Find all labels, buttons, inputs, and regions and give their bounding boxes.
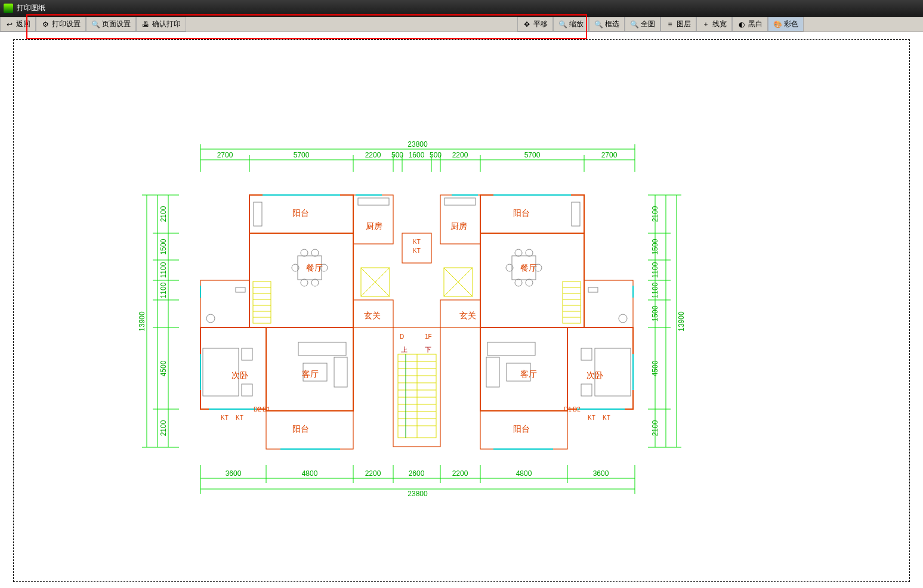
svg-text:1100: 1100 [159, 282, 168, 298]
svg-text:2700: 2700 [601, 151, 618, 159]
color-icon: 🎨 [773, 20, 782, 29]
svg-text:次卧: 次卧 [586, 370, 603, 380]
svg-text:13900: 13900 [677, 311, 686, 332]
toolbar-right-group: ✥平移 🔍缩放 🔍框选 🔍全图 ≡图层 +线宽 ◐黑白 🎨彩色 [517, 17, 804, 32]
svg-text:1500: 1500 [651, 239, 659, 255]
svg-text:13900: 13900 [138, 311, 146, 332]
layers-icon: ≡ [666, 20, 674, 29]
svg-text:2200: 2200 [452, 469, 468, 478]
confirm-print-button[interactable]: 🖶确认打印 [136, 17, 186, 32]
svg-rect-151 [440, 195, 480, 244]
svg-text:500: 500 [391, 151, 403, 159]
layers-button[interactable]: ≡图层 [660, 17, 696, 32]
select-box-button[interactable]: 🔍框选 [589, 17, 625, 32]
svg-point-179 [619, 314, 627, 323]
app-icon [4, 4, 13, 13]
svg-rect-177 [581, 384, 592, 396]
svg-text:KT: KT [588, 414, 595, 421]
svg-text:2100: 2100 [651, 420, 659, 436]
svg-text:4800: 4800 [516, 469, 532, 478]
svg-text:客厅: 客厅 [302, 369, 319, 379]
svg-rect-150 [480, 195, 584, 233]
svg-rect-154 [567, 327, 633, 409]
bw-icon: ◐ [737, 20, 746, 29]
svg-text:2100: 2100 [159, 206, 168, 222]
svg-text:KT: KT [413, 239, 421, 245]
svg-rect-91 [254, 202, 262, 226]
svg-point-106 [206, 314, 215, 323]
lineweight-button[interactable]: +线宽 [696, 17, 732, 32]
svg-text:1500: 1500 [159, 239, 168, 255]
svg-text:3600: 3600 [226, 469, 242, 478]
svg-point-95 [301, 249, 308, 256]
back-icon: ↩ [5, 20, 14, 29]
svg-rect-173 [486, 357, 499, 387]
svg-text:23800: 23800 [408, 490, 428, 498]
svg-text:玄关: 玄关 [364, 311, 381, 320]
svg-point-168 [515, 249, 522, 256]
svg-text:D1: D1 [263, 406, 270, 413]
toolbar: ↩返回 ⚙打印设置 🔍页面设置 🖶确认打印 ✥平移 🔍缩放 🔍框选 🔍全图 ≡图… [0, 17, 923, 32]
svg-text:2700: 2700 [217, 151, 233, 159]
svg-rect-78 [353, 195, 393, 244]
svg-text:阳台: 阳台 [513, 424, 530, 434]
zoom-button[interactable]: 🔍缩放 [553, 17, 589, 32]
central-core: 上 下 D 1F KT KT [393, 233, 440, 447]
svg-text:D: D [400, 333, 404, 340]
svg-rect-180 [588, 287, 598, 292]
window-title: 打印图纸 [17, 3, 45, 13]
right-unit: 阳台 厨房 餐厅 玄关 客厅 次卧 阳台 D1 D2 KT KT [440, 195, 633, 449]
svg-rect-84 [266, 411, 353, 449]
svg-point-98 [311, 279, 319, 286]
svg-rect-176 [581, 348, 592, 360]
page-settings-button[interactable]: 🔍页面设置 [86, 17, 136, 32]
svg-text:阳台: 阳台 [292, 208, 309, 218]
svg-text:D2: D2 [573, 406, 581, 413]
svg-text:1100: 1100 [159, 262, 168, 278]
fit-all-button[interactable]: 🔍全图 [625, 17, 660, 32]
svg-text:次卧: 次卧 [231, 370, 248, 380]
svg-rect-104 [242, 384, 252, 396]
lineweight-icon: + [702, 20, 710, 29]
svg-text:KT: KT [236, 414, 243, 421]
svg-point-96 [311, 249, 319, 256]
svg-text:厨房: 厨房 [450, 221, 467, 231]
svg-text:4500: 4500 [159, 360, 168, 376]
title-bar: 打印图纸 [0, 0, 923, 17]
svg-text:上: 上 [401, 346, 408, 353]
floor-plan-svg: 23800 2700 5700 2200 500 1600 500 2200 5… [0, 32, 923, 588]
color-button[interactable]: 🎨彩色 [768, 17, 804, 32]
svg-rect-105 [358, 198, 389, 205]
svg-text:23800: 23800 [408, 140, 428, 148]
svg-text:5700: 5700 [524, 151, 541, 159]
svg-text:1F: 1F [425, 333, 432, 340]
svg-text:2200: 2200 [365, 151, 381, 159]
svg-text:餐厅: 餐厅 [306, 263, 323, 273]
svg-text:500: 500 [430, 151, 442, 159]
svg-text:2600: 2600 [409, 469, 425, 478]
fit-icon: 🔍 [630, 20, 638, 29]
svg-text:5700: 5700 [294, 151, 310, 159]
svg-point-171 [526, 279, 533, 286]
svg-text:3600: 3600 [593, 469, 609, 478]
printer-icon: 🖶 [141, 20, 150, 29]
svg-rect-100 [334, 357, 347, 387]
svg-text:厨房: 厨房 [366, 221, 382, 231]
svg-text:KT: KT [603, 414, 610, 421]
dim-top: 23800 2700 5700 2200 500 1600 500 2200 5… [200, 140, 635, 172]
dim-bottom: 23800 3600 4800 2200 2600 2200 4800 3600 [200, 465, 635, 498]
svg-text:餐厅: 餐厅 [520, 263, 537, 273]
drawing-canvas[interactable]: 23800 2700 5700 2200 500 1600 500 2200 5… [0, 32, 923, 588]
back-button[interactable]: ↩返回 [0, 17, 36, 32]
dim-right: 13900 2100 1500 1100 1100 1500 4500 2100 [648, 195, 686, 447]
svg-text:2200: 2200 [452, 151, 468, 159]
svg-text:客厅: 客厅 [520, 369, 537, 379]
blackwhite-button[interactable]: ◐黑白 [732, 17, 768, 32]
svg-text:KT: KT [221, 414, 229, 421]
print-settings-button[interactable]: ⚙打印设置 [36, 17, 86, 32]
svg-point-170 [515, 279, 522, 286]
svg-text:阳台: 阳台 [513, 208, 530, 218]
pan-button[interactable]: ✥平移 [517, 17, 553, 32]
svg-text:KT: KT [413, 247, 421, 254]
zoom-icon: 🔍 [558, 20, 567, 29]
